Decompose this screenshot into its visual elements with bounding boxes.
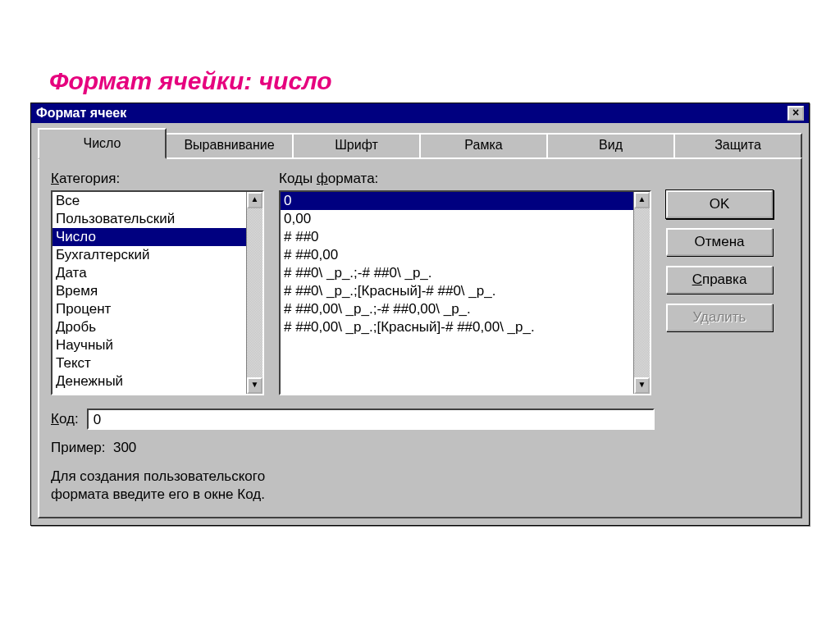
scrollbar[interactable]: ▲ ▼ [633, 192, 650, 394]
list-item[interactable]: Бухгалтерский [52, 246, 246, 264]
format-codes-listbox[interactable]: 0 0,00 # ##0 # ##0,00 # ##0\ _р_.;-# ##0… [279, 190, 651, 395]
category-label: Категория: [51, 171, 264, 187]
scroll-track[interactable] [247, 208, 262, 377]
codes-label: Коды формата: [279, 171, 651, 187]
list-item[interactable]: # ##0,00\ _р_.;[Красный]-# ##0,00\ _р_. [281, 318, 633, 336]
help-button[interactable]: Справка [666, 266, 773, 294]
titlebar-text: Формат ячеек [36, 106, 126, 121]
tab-panel-number: Категория: Все Пользовательский Число Бу… [38, 158, 802, 518]
list-item[interactable]: 0 [281, 192, 633, 210]
titlebar[interactable]: Формат ячеек × [31, 103, 809, 123]
list-item[interactable]: Научный [52, 336, 246, 354]
example-value: 300 [113, 440, 136, 455]
close-icon: × [792, 106, 799, 119]
code-label: Код: [51, 411, 79, 427]
cancel-button[interactable]: Отмена [666, 228, 773, 256]
scroll-down-icon[interactable]: ▼ [247, 377, 262, 394]
list-item[interactable]: Пользовательский [52, 210, 246, 228]
example-row: Пример: 300 [51, 440, 789, 456]
close-button[interactable]: × [788, 106, 804, 121]
scroll-up-icon[interactable]: ▲ [634, 192, 650, 208]
scroll-track[interactable] [634, 208, 650, 377]
scroll-up-icon[interactable]: ▲ [247, 192, 262, 208]
list-item[interactable]: # ##0,00\ _р_.;-# ##0,00\ _р_. [281, 300, 633, 318]
code-input[interactable]: 0 [87, 409, 655, 430]
list-item[interactable]: # ##0\ _р_.;-# ##0\ _р_. [281, 264, 633, 282]
tab-number[interactable]: Число [38, 128, 167, 159]
hint-text: Для создания пользовательского формата в… [51, 468, 789, 504]
format-cells-dialog: Формат ячеек × Число Выравнивание Шрифт … [30, 103, 810, 526]
list-item[interactable]: 0,00 [281, 210, 633, 228]
list-item[interactable]: Дробь [52, 318, 246, 336]
scrollbar[interactable]: ▲ ▼ [246, 192, 262, 394]
list-item[interactable]: Число [52, 228, 246, 246]
list-item[interactable]: Денежный [52, 372, 246, 390]
list-item[interactable]: Дата [52, 264, 246, 282]
example-label: Пример: [51, 440, 106, 455]
list-item[interactable]: # ##0 [281, 228, 633, 246]
list-item[interactable]: # ##0\ _р_.;[Красный]-# ##0\ _р_. [281, 282, 633, 300]
category-listbox[interactable]: Все Пользовательский Число Бухгалтерский… [51, 190, 264, 395]
tabs: Число Выравнивание Шрифт Рамка Вид Защит… [38, 130, 802, 159]
list-item[interactable]: Все [52, 192, 246, 210]
list-item[interactable]: # ##0,00 [281, 246, 633, 264]
list-item[interactable]: Текст [52, 354, 246, 372]
list-item[interactable]: Процент [52, 300, 246, 318]
delete-button: Удалить [666, 304, 773, 331]
list-item[interactable]: Время [52, 282, 246, 300]
scroll-down-icon[interactable]: ▼ [634, 377, 650, 394]
ok-button[interactable]: OK [666, 190, 773, 218]
slide-title: Формат ячейки: число [49, 67, 332, 95]
